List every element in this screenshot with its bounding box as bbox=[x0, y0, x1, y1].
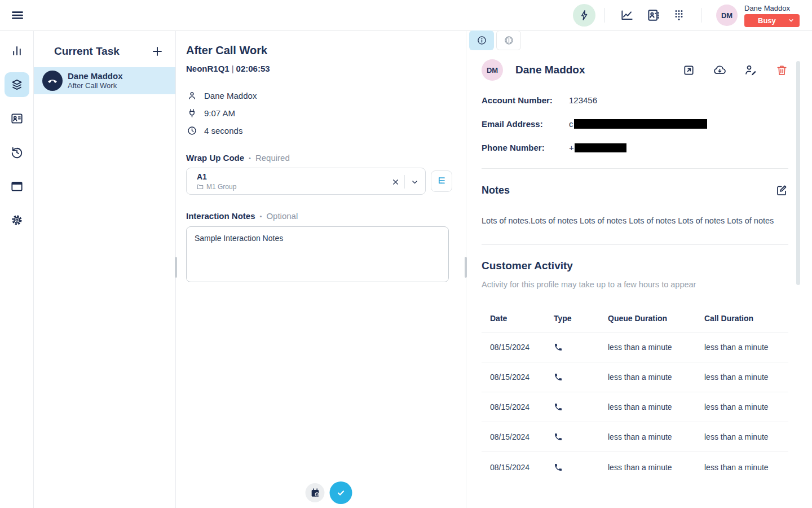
select-divider bbox=[404, 175, 405, 189]
activity-queue-duration: less than a minute bbox=[608, 432, 704, 441]
schedule-callback-button[interactable] bbox=[306, 483, 325, 502]
scrollbar-thumb[interactable] bbox=[796, 61, 800, 285]
email-row: Email Address: c bbox=[482, 119, 788, 129]
rail-tasks-button[interactable] bbox=[5, 72, 29, 97]
activity-call-duration: less than a minute bbox=[704, 432, 788, 441]
topbar-divider bbox=[604, 8, 605, 23]
rail-contacts-button[interactable] bbox=[5, 106, 29, 131]
start-time: 9:07 AM bbox=[204, 108, 235, 118]
wrap-up-expand-button[interactable] bbox=[408, 176, 421, 188]
user-block: Dane Maddox Busy bbox=[744, 4, 800, 27]
folder-icon bbox=[197, 183, 204, 190]
activity-date: 08/15/2024 bbox=[482, 343, 554, 352]
account-number-value: 123456 bbox=[569, 95, 597, 105]
activity-call-duration: less than a minute bbox=[704, 343, 788, 352]
wrap-up-row: A1 M1 Group bbox=[186, 168, 456, 195]
agent-row: Dane Maddox bbox=[186, 87, 456, 104]
edit-notes-button[interactable] bbox=[775, 183, 788, 197]
call-type-icon bbox=[554, 402, 608, 411]
phone-label: Phone Number: bbox=[482, 143, 569, 152]
address-book-icon bbox=[646, 8, 660, 23]
hamburger-icon bbox=[10, 8, 25, 23]
email-value: c bbox=[569, 119, 707, 129]
clear-wrap-up-button[interactable] bbox=[389, 176, 401, 188]
rail-settings-button[interactable] bbox=[5, 208, 29, 233]
split-circle-icon bbox=[504, 35, 514, 46]
bullet: • bbox=[260, 213, 262, 220]
tab-insights[interactable] bbox=[496, 30, 521, 50]
left-rail bbox=[0, 31, 34, 508]
profile-avatar: DM bbox=[482, 59, 503, 81]
plus-icon bbox=[151, 45, 164, 58]
separator: | bbox=[230, 64, 236, 73]
delete-contact-button[interactable] bbox=[775, 63, 788, 77]
wrap-up-tree-button[interactable] bbox=[431, 170, 452, 192]
rail-history-button[interactable] bbox=[5, 140, 29, 165]
task-item-subtitle: After Call Work bbox=[68, 81, 123, 90]
call-type-icon bbox=[554, 343, 608, 352]
wrap-up-select[interactable]: A1 M1 Group bbox=[186, 168, 426, 195]
interaction-notes-input[interactable]: Sample Interaction Notes bbox=[186, 226, 449, 282]
after-call-work-panel: After Call Work NeonR1Q1|02:06:53 Dane M… bbox=[176, 31, 466, 508]
email-label: Email Address: bbox=[482, 119, 569, 129]
work-title: After Call Work bbox=[186, 44, 456, 57]
tab-info[interactable] bbox=[469, 30, 494, 50]
open-external-button[interactable] bbox=[682, 63, 695, 77]
directory-button[interactable] bbox=[643, 5, 663, 25]
tree-list-icon bbox=[436, 176, 447, 187]
calendar-clock-icon bbox=[310, 488, 320, 498]
customer-profile-panel: DM Dane Maddox bbox=[466, 31, 812, 508]
col-queue-duration: Queue Duration bbox=[608, 314, 704, 323]
task-item-text: Dane Maddox After Call Work bbox=[68, 71, 123, 90]
complete-button[interactable] bbox=[330, 481, 352, 504]
activity-row: 08/15/2024 less than a minute less than … bbox=[482, 422, 788, 452]
info-circle-icon bbox=[476, 35, 487, 46]
rail-analytics-button[interactable] bbox=[5, 38, 29, 63]
notes-text: Lots of notes.Lots of notes Lots of note… bbox=[482, 216, 788, 225]
add-task-button[interactable] bbox=[149, 43, 165, 59]
main-area: Current Task Dane Maddox After Call Work bbox=[0, 31, 812, 508]
status-button[interactable]: Busy bbox=[744, 14, 800, 27]
edit-contact-button[interactable] bbox=[744, 63, 757, 77]
task-meta: Dane Maddox 9:07 AM 4 seconds bbox=[186, 87, 456, 139]
layers-icon bbox=[10, 77, 24, 92]
bullet: • bbox=[249, 155, 251, 161]
interaction-notes-requirement: Optional bbox=[266, 211, 298, 221]
phone-handset-icon bbox=[47, 75, 58, 86]
wrap-up-label-row: Wrap Up Code • Required bbox=[186, 153, 456, 163]
person-pencil-icon bbox=[744, 63, 757, 77]
quick-actions-button[interactable] bbox=[573, 4, 595, 27]
activity-row: 08/15/2024 less than a minute less than … bbox=[482, 332, 788, 362]
call-type-icon bbox=[554, 432, 608, 441]
panel-resize-handle-left[interactable] bbox=[175, 257, 177, 278]
download-contact-button[interactable] bbox=[713, 63, 726, 77]
activity-call-duration: less than a minute bbox=[704, 463, 788, 472]
account-number-row: Account Number: 123456 bbox=[482, 95, 788, 105]
topbar-right-cluster: DM Dane Maddox Busy bbox=[573, 4, 800, 27]
status-label: Busy bbox=[758, 16, 776, 25]
menu-button[interactable] bbox=[8, 6, 27, 25]
col-call-duration: Call Duration bbox=[704, 314, 788, 323]
lightning-icon bbox=[578, 9, 590, 21]
chevron-down-icon bbox=[410, 177, 420, 187]
interaction-notes-label: Interaction Notes bbox=[186, 211, 255, 221]
section-divider bbox=[482, 168, 788, 169]
activity-date: 08/15/2024 bbox=[482, 402, 554, 411]
rail-apps-button[interactable] bbox=[5, 174, 29, 199]
phone-redaction-bar bbox=[575, 143, 626, 152]
email-redaction-bar bbox=[574, 119, 707, 129]
task-timer: 02:06:53 bbox=[236, 64, 270, 73]
user-avatar[interactable]: DM bbox=[716, 5, 738, 26]
profile-fields: Account Number: 123456 Email Address: c … bbox=[482, 95, 788, 152]
dialpad-button[interactable] bbox=[669, 5, 689, 25]
history-icon bbox=[10, 145, 24, 160]
bar-chart-icon bbox=[10, 44, 24, 58]
wrap-up-requirement: Required bbox=[255, 153, 290, 163]
current-task-title: Current Task bbox=[54, 45, 120, 58]
task-list-item[interactable]: Dane Maddox After Call Work bbox=[34, 67, 175, 94]
queue-timer-line: NeonR1Q1|02:06:53 bbox=[186, 64, 456, 73]
queue-name: NeonR1Q1 bbox=[186, 64, 230, 73]
phone-row: Phone Number: + bbox=[482, 143, 788, 152]
profile-actions bbox=[682, 63, 788, 77]
performance-button[interactable] bbox=[617, 5, 637, 25]
